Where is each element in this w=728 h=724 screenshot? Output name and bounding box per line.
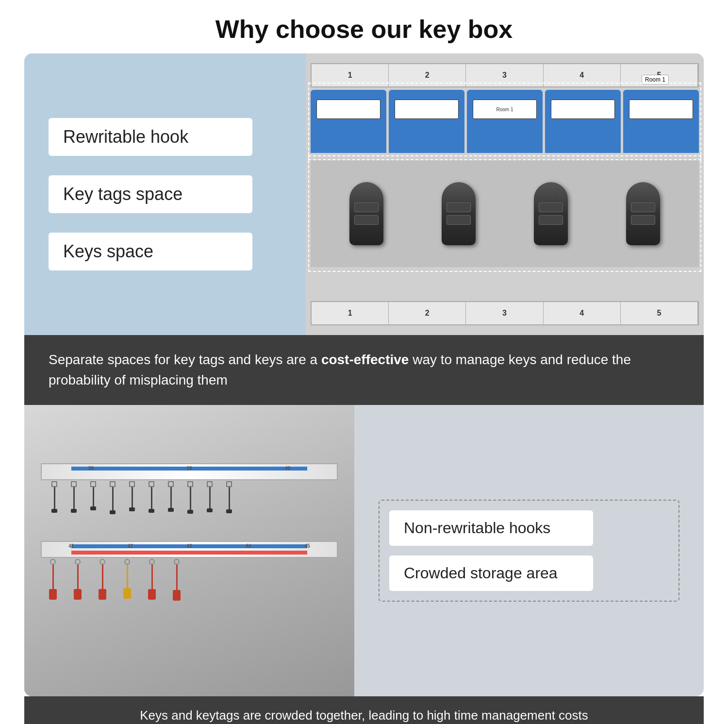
slot-bottom-2: 2 xyxy=(389,302,466,324)
slot-bottom-4: 4 xyxy=(544,302,621,324)
key-rack-middle: 41 42 43 44 45 xyxy=(41,541,338,558)
bottom-left-crowded: 38 39 40 xyxy=(24,405,354,696)
car-key-button-4a xyxy=(631,202,655,212)
car-key-3 xyxy=(534,182,568,245)
slot-bottom-5: 5 xyxy=(621,302,698,324)
key-tag-label-1 xyxy=(316,100,381,119)
keys-hanging-area xyxy=(311,160,699,267)
slot-2: 2 xyxy=(389,64,466,86)
car-key-button-1b xyxy=(354,215,379,225)
right-panel-keybox: Room 1 1 2 3 4 5 xyxy=(306,53,704,335)
slot-4: 4 xyxy=(544,64,621,86)
rack-stripe-middle xyxy=(71,551,307,555)
car-key-button-4b xyxy=(631,215,655,225)
car-key-2 xyxy=(442,182,476,245)
feature-label-non-rewritable: Non-rewritable hooks xyxy=(389,510,593,546)
car-key-1 xyxy=(349,182,383,245)
car-key-button-2a xyxy=(447,202,471,212)
middle-banner-bold-text: cost-effective xyxy=(321,352,409,367)
key-tag-label-5 xyxy=(629,100,694,119)
car-key-button-2b xyxy=(447,215,471,225)
top-section: Rewritable hook Key tags space Keys spac… xyxy=(24,53,704,335)
page-title: Why choose our key box xyxy=(0,15,728,44)
key-tag-label-3: Room 1 xyxy=(473,100,537,119)
slot-1: 1 xyxy=(312,64,389,86)
bottom-banner: Keys and keytags are crowded together, l… xyxy=(24,696,704,724)
bottom-banner-text: Keys and keytags are crowded together, l… xyxy=(140,708,588,723)
slot-bottom-1: 1 xyxy=(312,302,389,324)
key-tags-row: Room 1 xyxy=(311,90,699,153)
key-tag-label-2 xyxy=(395,100,459,119)
middle-banner-text-before: Separate spaces for key tags and keys ar… xyxy=(49,352,321,367)
key-box-interior: Room 1 1 2 3 4 5 xyxy=(306,53,704,335)
room-label-top: Room 1 xyxy=(642,75,669,84)
rack-numbers-middle: 41 42 43 44 45 xyxy=(42,543,337,549)
main-container: Rewritable hook Key tags space Keys spac… xyxy=(24,53,704,724)
middle-banner: Separate spaces for key tags and keys ar… xyxy=(24,335,704,405)
key-tag-2 xyxy=(389,90,464,153)
feature-label-keys-space: Keys space xyxy=(49,233,252,270)
car-key-button-1a xyxy=(354,202,379,212)
bottom-section: 38 39 40 xyxy=(24,405,704,696)
key-rack-top: 38 39 40 xyxy=(41,463,338,480)
slot-bottom-3: 3 xyxy=(466,302,543,324)
car-key-button-3a xyxy=(539,202,563,212)
key-tag-3: Room 1 xyxy=(467,90,543,153)
feature-label-key-tags-space: Key tags space xyxy=(49,175,252,213)
key-tag-4 xyxy=(545,90,621,153)
key-tag-label-4 xyxy=(551,100,615,119)
feature-label-crowded-storage: Crowded storage area xyxy=(389,556,593,591)
rack-numbers-top: 38 39 40 xyxy=(42,466,337,471)
slot-row-top: Room 1 1 2 3 4 5 xyxy=(311,63,699,87)
key-tag-1 xyxy=(311,90,386,153)
crowded-keys-bg: 38 39 40 xyxy=(24,405,354,696)
feature-label-rewritable-hook: Rewritable hook xyxy=(49,118,252,156)
left-panel: Rewritable hook Key tags space Keys spac… xyxy=(24,53,306,335)
bottom-right-panel: Non-rewritable hooks Crowded storage are… xyxy=(354,405,704,696)
car-key-4 xyxy=(626,182,660,245)
slot-3: 3 xyxy=(466,64,543,86)
car-key-button-3b xyxy=(539,215,563,225)
key-tag-5 xyxy=(623,90,699,153)
slot-row-bottom: 1 2 3 4 5 xyxy=(311,301,699,325)
